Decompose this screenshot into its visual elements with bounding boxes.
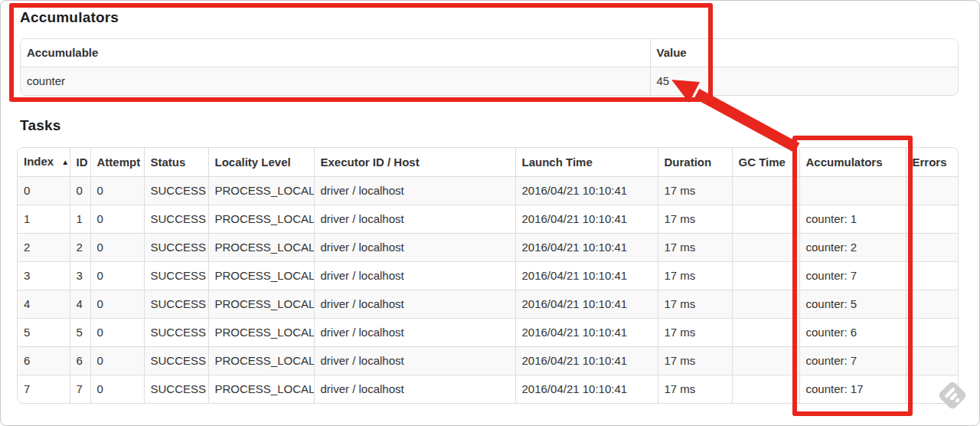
table-cell: 7 [70, 375, 90, 404]
table-cell: 17 ms [658, 347, 732, 375]
table-cell: 5 [70, 319, 90, 347]
task-header-errors[interactable]: Errors [906, 148, 958, 177]
table-cell [906, 262, 958, 290]
table-cell: 2016/04/21 10:10:41 [515, 319, 658, 347]
table-cell: SUCCESS [144, 375, 208, 404]
task-header-launch-time[interactable]: Launch Time [515, 148, 658, 177]
table-cell: driver / localhost [314, 205, 515, 234]
accumulable-header-value: Value [650, 39, 958, 67]
sort-ascending-icon: ▲ [61, 158, 69, 166]
table-cell [732, 347, 799, 375]
table-cell: SUCCESS [144, 205, 208, 234]
table-cell [906, 290, 958, 319]
table-cell: driver / localhost [314, 375, 515, 404]
table-cell [732, 234, 799, 262]
task-header-executor-id-host[interactable]: Executor ID / Host [314, 148, 515, 177]
table-cell: 4 [70, 290, 90, 319]
table-cell: 0 [90, 290, 144, 319]
table-cell: driver / localhost [314, 319, 515, 347]
table-cell: 0 [18, 177, 70, 205]
table-cell: counter: 2 [799, 234, 906, 262]
task-row-2: 220SUCCESSPROCESS_LOCALdriver / localhos… [18, 234, 958, 262]
task-header-duration[interactable]: Duration [658, 148, 732, 177]
task-row-7: 770SUCCESSPROCESS_LOCALdriver / localhos… [18, 375, 958, 404]
header-label: ID [77, 156, 88, 169]
table-cell: counter: 17 [799, 375, 906, 404]
table-cell: driver / localhost [314, 177, 515, 205]
table-cell: SUCCESS [144, 177, 208, 205]
table-cell: 0 [70, 177, 90, 205]
task-row-3: 330SUCCESSPROCESS_LOCALdriver / localhos… [18, 262, 958, 290]
table-cell [732, 290, 799, 319]
task-row-1: 110SUCCESSPROCESS_LOCALdriver / localhos… [18, 205, 958, 234]
table-cell: 1 [18, 205, 70, 234]
task-header-accumulators[interactable]: Accumulators [799, 148, 906, 177]
table-cell [799, 177, 906, 205]
table-cell [732, 205, 799, 234]
table-cell: 2016/04/21 10:10:41 [515, 290, 658, 319]
header-label: Value [657, 46, 687, 59]
table-cell: 3 [18, 262, 70, 290]
task-row-4: 440SUCCESSPROCESS_LOCALdriver / localhos… [18, 290, 958, 319]
task-row-5: 550SUCCESSPROCESS_LOCALdriver / localhos… [18, 319, 958, 347]
task-header-attempt[interactable]: Attempt [90, 148, 144, 177]
table-cell: driver / localhost [314, 290, 515, 319]
table-cell: PROCESS_LOCAL [208, 290, 314, 319]
table-cell: 3 [70, 262, 90, 290]
table-cell [906, 347, 958, 375]
table-cell: 0 [90, 177, 144, 205]
spark-ui-tasks-page: Accumulators AccumulableValue counter45 … [0, 0, 980, 426]
table-cell: driver / localhost [314, 234, 515, 262]
table-cell: SUCCESS [144, 234, 208, 262]
header-label: Accumulable [27, 46, 98, 59]
table-cell: 2016/04/21 10:10:41 [515, 262, 658, 290]
table-cell: 17 ms [658, 375, 732, 404]
table-cell: 17 ms [658, 319, 732, 347]
table-cell: PROCESS_LOCAL [208, 262, 314, 290]
header-label: Attempt [97, 156, 141, 169]
header-label: Errors [913, 156, 947, 169]
table-cell: 0 [90, 262, 144, 290]
header-label: GC Time [739, 156, 786, 169]
task-header-locality-level[interactable]: Locality Level [208, 148, 314, 177]
table-cell: PROCESS_LOCAL [208, 347, 314, 375]
accumulable-row-0: counter45 [21, 67, 958, 96]
table-cell: PROCESS_LOCAL [208, 375, 314, 404]
header-label: Accumulators [806, 156, 883, 169]
task-row-0: 000SUCCESSPROCESS_LOCALdriver / localhos… [18, 177, 958, 205]
table-cell: 7 [18, 375, 70, 404]
table-cell: SUCCESS [144, 262, 208, 290]
table-cell: 0 [90, 205, 144, 234]
table-cell [732, 262, 799, 290]
table-cell: 2016/04/21 10:10:41 [515, 234, 658, 262]
task-header-gc-time[interactable]: GC Time [732, 148, 799, 177]
table-cell: SUCCESS [144, 347, 208, 375]
accumulable-header-accumulable: Accumulable [21, 39, 650, 67]
table-cell: 0 [90, 319, 144, 347]
tasks-header-row: Index▲IDAttemptStatusLocality LevelExecu… [18, 148, 958, 177]
table-cell [732, 319, 799, 347]
table-cell: 0 [90, 375, 144, 404]
table-cell: 4 [18, 290, 70, 319]
table-cell: driver / localhost [314, 347, 515, 375]
task-header-id[interactable]: ID [70, 148, 90, 177]
table-cell [732, 375, 799, 404]
table-cell: 17 ms [658, 234, 732, 262]
task-header-index[interactable]: Index▲ [18, 148, 70, 177]
task-header-status[interactable]: Status [144, 148, 208, 177]
header-label: Duration [665, 156, 712, 169]
table-cell: 17 ms [658, 262, 732, 290]
table-cell [732, 177, 799, 205]
table-cell: PROCESS_LOCAL [208, 177, 314, 205]
table-cell: 6 [18, 347, 70, 375]
table-cell: 2016/04/21 10:10:41 [515, 205, 658, 234]
table-cell: 6 [70, 347, 90, 375]
tasks-table-grid: Index▲IDAttemptStatusLocality LevelExecu… [18, 148, 958, 403]
header-label: Locality Level [215, 156, 291, 169]
table-cell: 17 ms [658, 205, 732, 234]
table-cell [906, 234, 958, 262]
table-cell: 2016/04/21 10:10:41 [515, 347, 658, 375]
table-cell: 17 ms [658, 177, 732, 205]
header-label: Executor ID / Host [321, 156, 420, 169]
table-cell: 0 [90, 234, 144, 262]
